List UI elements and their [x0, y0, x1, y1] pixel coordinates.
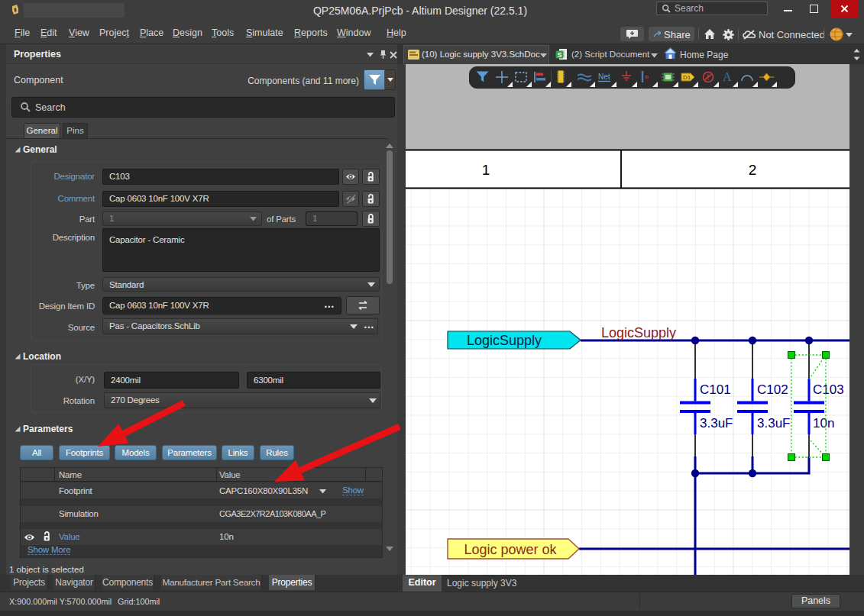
svg-text:C101: C101	[700, 382, 731, 397]
svg-text:10n: 10n	[813, 416, 834, 431]
svg-text:3.3uF: 3.3uF	[700, 416, 733, 431]
svg-text:LogicSupply: LogicSupply	[601, 325, 676, 340]
svg-text:D1: D1	[683, 74, 691, 81]
svg-text:S: S	[557, 51, 561, 59]
svg-text:Logic power ok: Logic power ok	[464, 542, 557, 557]
svg-text:2: 2	[749, 162, 757, 178]
svg-text:1: 1	[482, 162, 490, 178]
svg-text:A: A	[723, 70, 732, 82]
svg-text:Net: Net	[598, 73, 610, 81]
svg-text:LogicSupply: LogicSupply	[467, 333, 542, 348]
svg-text:3.3uF: 3.3uF	[757, 416, 790, 431]
svg-text:C102: C102	[757, 382, 788, 397]
svg-text:m: m	[645, 73, 649, 80]
svg-text:C103: C103	[813, 382, 844, 397]
